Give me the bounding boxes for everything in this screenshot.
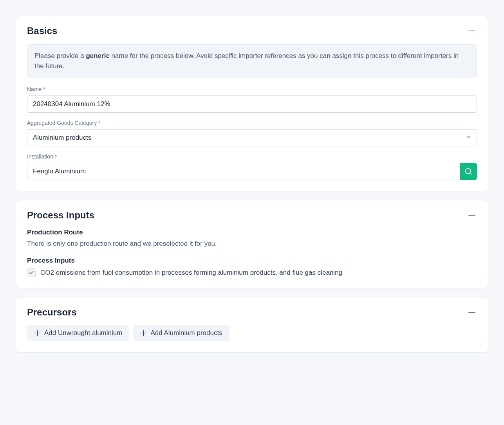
- category-select-wrapper[interactable]: [27, 129, 477, 146]
- add-unwrought-label: Add Unwrought aluminium: [44, 329, 122, 337]
- precursors-header: Precursors: [27, 307, 477, 318]
- minus-icon: [468, 312, 475, 313]
- precursors-card: Precursors Add Unwrought aluminium Add A…: [16, 297, 488, 353]
- installation-row: [27, 163, 477, 180]
- process-inputs-title: Process Inputs: [27, 210, 94, 221]
- category-label: Aggregated Goods Category *: [27, 120, 477, 126]
- process-input-check-label: CO2 emissions from fuel consumption in p…: [40, 269, 342, 277]
- add-unwrought-aluminium-button[interactable]: Add Unwrought aluminium: [27, 325, 129, 341]
- production-route-text: There is only one production route and w…: [27, 239, 477, 249]
- check-icon: [29, 270, 34, 276]
- info-text-bold: generic: [86, 52, 109, 59]
- installation-group: Installation *: [27, 153, 477, 180]
- minus-icon: [468, 31, 475, 31]
- installation-input[interactable]: [27, 163, 460, 180]
- name-input[interactable]: [27, 95, 477, 113]
- precursors-button-row: Add Unwrought aluminium Add Aluminium pr…: [27, 325, 477, 341]
- basics-info-box: Please provide a generic name for the pr…: [27, 44, 477, 77]
- production-route-section: Production Route There is only one produ…: [27, 229, 477, 249]
- precursors-collapse-button[interactable]: [467, 310, 477, 314]
- installation-label: Installation *: [27, 153, 477, 160]
- production-route-title: Production Route: [27, 229, 477, 236]
- svg-line-1: [470, 173, 471, 175]
- installation-search-button[interactable]: [460, 163, 477, 180]
- process-inputs-section: Process Inputs CO2 emissions from fuel c…: [27, 257, 477, 277]
- name-group: Name *: [27, 86, 477, 113]
- basics-collapse-button[interactable]: [467, 29, 477, 33]
- basics-card: Basics Please provide a generic name for…: [16, 16, 488, 191]
- basics-header: Basics: [27, 25, 477, 36]
- process-inputs-card: Process Inputs Production Route There is…: [16, 200, 488, 288]
- info-text-prefix: Please provide a: [34, 52, 86, 59]
- search-icon: [464, 167, 472, 175]
- add-aluminium-products-button[interactable]: Add Aluminium products: [133, 325, 229, 341]
- process-input-checkbox[interactable]: [27, 268, 36, 277]
- category-group: Aggregated Goods Category *: [27, 120, 477, 146]
- basics-title: Basics: [27, 25, 57, 36]
- plus-icon: [140, 330, 146, 336]
- name-label: Name *: [27, 86, 477, 92]
- minus-icon: [468, 215, 475, 216]
- process-inputs-subtitle: Process Inputs: [27, 257, 477, 265]
- precursors-title: Precursors: [27, 307, 77, 318]
- category-select[interactable]: [27, 129, 477, 146]
- plus-icon: [34, 330, 40, 336]
- process-inputs-header: Process Inputs: [27, 210, 477, 221]
- add-products-label: Add Aluminium products: [150, 329, 222, 337]
- process-inputs-collapse-button[interactable]: [467, 213, 477, 217]
- process-inputs-check-row: CO2 emissions from fuel consumption in p…: [27, 268, 477, 277]
